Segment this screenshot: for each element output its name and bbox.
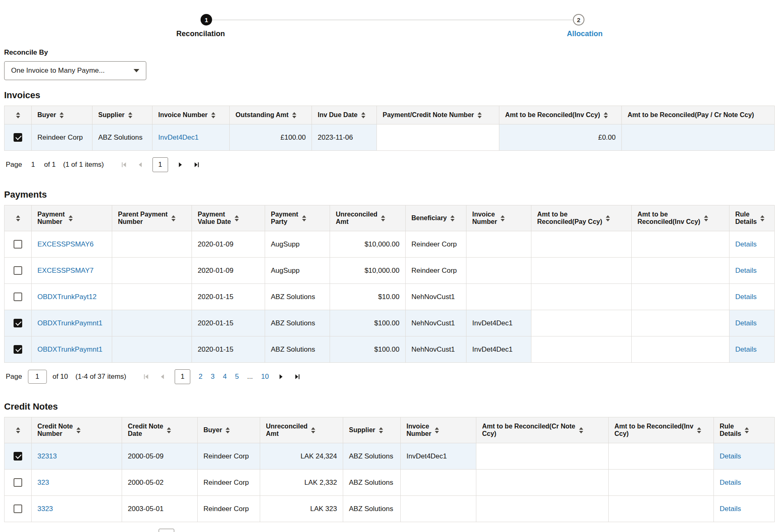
credit-note-number-link[interactable]: 32313 xyxy=(37,452,57,460)
invoices-col-amt-reconciled-inv-ccy[interactable]: Amt to be Reconciled(Inv Ccy) xyxy=(499,106,622,124)
sort-icon[interactable] xyxy=(361,112,365,118)
last-page-icon[interactable] xyxy=(293,373,302,381)
cell-amt-reconciled-inv-ccy-input[interactable] xyxy=(632,258,730,284)
first-page-icon[interactable] xyxy=(142,373,150,381)
payments-col-amt-reconciled-pay-ccy[interactable]: Amt to be Reconciled(Pay Ccy) xyxy=(531,205,632,231)
cell-amt-reconciled-cr-note-ccy-input[interactable] xyxy=(476,496,609,522)
payment-number-link[interactable]: EXCESSPSMAY7 xyxy=(37,267,94,274)
payments-col-invoice-number[interactable]: Invoice Number xyxy=(466,205,531,231)
row-checkbox[interactable] xyxy=(14,452,22,461)
reconcile-by-select[interactable]: One Invoice to Many Payme... xyxy=(4,61,146,80)
sort-icon[interactable] xyxy=(606,215,610,221)
sort-icon[interactable] xyxy=(211,112,215,118)
sort-icon[interactable] xyxy=(311,427,315,433)
rule-details-link[interactable]: Details xyxy=(735,345,757,353)
invoices-col-invoice-number[interactable]: Invoice Number xyxy=(152,106,230,124)
page-link[interactable]: 5 xyxy=(235,373,239,381)
sort-icon[interactable] xyxy=(697,427,701,433)
credit-note-number-link[interactable]: 3323 xyxy=(37,505,53,513)
invoices-col-supplier[interactable]: Supplier xyxy=(92,106,152,124)
credit-notes-col-credit-note-number[interactable]: Credit Note Number xyxy=(32,417,122,443)
invoices-col-amt-reconciled-pay-cr-note-ccy[interactable]: Amt to be Reconciled(Pay / Cr Note Ccy) xyxy=(622,106,775,124)
cell-amt-reconciled-cr-note-ccy-input[interactable] xyxy=(476,443,609,470)
sort-icon[interactable] xyxy=(435,427,439,433)
cell-amt-reconciled-inv-ccy-input[interactable] xyxy=(609,496,714,522)
credit-notes-col-credit-note-date[interactable]: Credit Note Date xyxy=(122,417,198,443)
row-checkbox[interactable] xyxy=(14,292,22,301)
last-page-icon[interactable] xyxy=(193,161,201,169)
sort-icon[interactable] xyxy=(16,112,20,118)
invoices-col-buyer[interactable]: Buyer xyxy=(32,106,92,124)
cell-payment-credit-note-number-input[interactable] xyxy=(377,124,499,151)
step-2-label[interactable]: Allocation xyxy=(567,30,603,38)
page-number-input[interactable]: 1 xyxy=(28,370,47,384)
payment-row[interactable]: OBDXTrunkPaymnt1 2020-01-15 ABZ Solution… xyxy=(5,310,775,336)
row-checkbox[interactable] xyxy=(14,478,22,487)
sort-icon[interactable] xyxy=(60,112,64,118)
invoice-number-link[interactable]: InvDet4Dec1 xyxy=(158,134,199,141)
last-page-link[interactable]: 10 xyxy=(261,373,269,381)
sort-icon[interactable] xyxy=(760,215,764,221)
sort-icon[interactable] xyxy=(379,427,383,433)
cell-amt-reconciled-inv-ccy-input[interactable] xyxy=(632,336,730,363)
sort-icon[interactable] xyxy=(478,112,482,118)
payment-row[interactable]: OBDXTrunkPaymnt1 2020-01-15 ABZ Solution… xyxy=(5,336,775,363)
sort-icon[interactable] xyxy=(235,215,239,221)
page-number[interactable]: 1 xyxy=(31,161,35,169)
payment-row[interactable]: EXCESSPSMAY7 2020-01-09 AugSupp $10,000.… xyxy=(5,258,775,284)
invoice-row[interactable]: Reindeer Corp ABZ Solutions InvDet4Dec1 … xyxy=(5,124,775,151)
credit-note-row[interactable]: 32313 2000-05-09 Reindeer Corp LAK 24,32… xyxy=(5,443,775,470)
rule-details-link[interactable]: Details xyxy=(720,479,741,486)
sort-icon[interactable] xyxy=(381,215,385,221)
sort-icon[interactable] xyxy=(292,112,296,118)
rule-details-link[interactable]: Details xyxy=(720,505,741,513)
rule-details-link[interactable]: Details xyxy=(735,319,757,327)
prev-page-icon[interactable] xyxy=(136,161,144,169)
first-page-icon[interactable] xyxy=(120,161,128,169)
credit-note-row[interactable]: 3323 2003-05-01 Reindeer Corp LAK 323 AB… xyxy=(5,496,775,522)
credit-notes-col-unreconciled-amt[interactable]: Unreconciled Amt xyxy=(260,417,343,443)
payment-number-link[interactable]: OBDXTrunkPayt12 xyxy=(37,293,97,301)
credit-note-row[interactable]: 323 2000-05-02 Reindeer Corp LAK 2,332 A… xyxy=(5,470,775,496)
sort-icon[interactable] xyxy=(167,427,171,433)
sort-icon[interactable] xyxy=(69,215,73,221)
cell-amt-reconciled-pay-ccy-input[interactable] xyxy=(531,284,632,310)
cell-amt-reconciled-pay-ccy-input[interactable] xyxy=(531,258,632,284)
payment-number-link[interactable]: OBDXTrunkPaymnt1 xyxy=(37,345,102,353)
invoices-col-inv-due-date[interactable]: Inv Due Date xyxy=(312,106,377,124)
credit-notes-col-invoice-number[interactable]: Invoice Number xyxy=(401,417,476,443)
step-1-indicator[interactable]: 1 xyxy=(201,14,212,25)
cell-amt-reconciled-pay-ccy-input[interactable] xyxy=(531,310,632,336)
rule-details-link[interactable]: Details xyxy=(735,240,757,248)
sort-icon[interactable] xyxy=(704,215,708,221)
payments-col-beneficiary[interactable]: Beneficiary xyxy=(406,205,466,231)
credit-note-number-link[interactable]: 323 xyxy=(37,479,49,486)
page-link[interactable]: 4 xyxy=(223,373,226,381)
payments-col-payment-value-date[interactable]: Payment Value Date xyxy=(192,205,265,231)
sort-icon[interactable] xyxy=(745,427,749,433)
page-link[interactable]: 3 xyxy=(211,373,215,381)
sort-icon[interactable] xyxy=(501,215,505,221)
payment-number-link[interactable]: EXCESSPSMAY6 xyxy=(37,240,94,248)
payments-col-unreconciled-amt[interactable]: Unreconciled Amt xyxy=(330,205,406,231)
payments-col-amt-reconciled-inv-ccy[interactable]: Amt to be Reconciled(Inv Ccy) xyxy=(632,205,730,231)
row-checkbox[interactable] xyxy=(14,504,22,513)
invoices-col-payment-credit-note-number[interactable]: Payment/Credit Note Number xyxy=(377,106,499,124)
invoices-col-select[interactable] xyxy=(5,106,32,124)
next-page-icon[interactable] xyxy=(277,373,285,381)
page-link[interactable]: 2 xyxy=(199,373,202,381)
sort-icon[interactable] xyxy=(450,215,455,221)
credit-notes-col-amt-reconciled-cr-note-ccy[interactable]: Amt to be Reconciled(Cr Note Ccy) xyxy=(476,417,609,443)
payments-col-select[interactable] xyxy=(5,205,32,231)
credit-notes-col-select[interactable] xyxy=(5,417,32,443)
sort-icon[interactable] xyxy=(16,215,20,221)
sort-icon[interactable] xyxy=(226,427,230,433)
payment-number-link[interactable]: OBDXTrunkPaymnt1 xyxy=(37,319,102,327)
next-page-icon[interactable] xyxy=(176,161,185,169)
credit-notes-col-amt-reconciled-inv-ccy[interactable]: Amt to be Reconciled(Inv Ccy) xyxy=(609,417,714,443)
sort-icon[interactable] xyxy=(128,112,132,118)
rule-details-link[interactable]: Details xyxy=(735,267,757,274)
cell-amt-reconciled-cr-note-ccy-input[interactable] xyxy=(476,470,609,496)
step-2-indicator[interactable]: 2 xyxy=(573,14,584,25)
payment-row[interactable]: OBDXTrunkPayt12 2020-01-15 ABZ Solutions… xyxy=(5,284,775,310)
